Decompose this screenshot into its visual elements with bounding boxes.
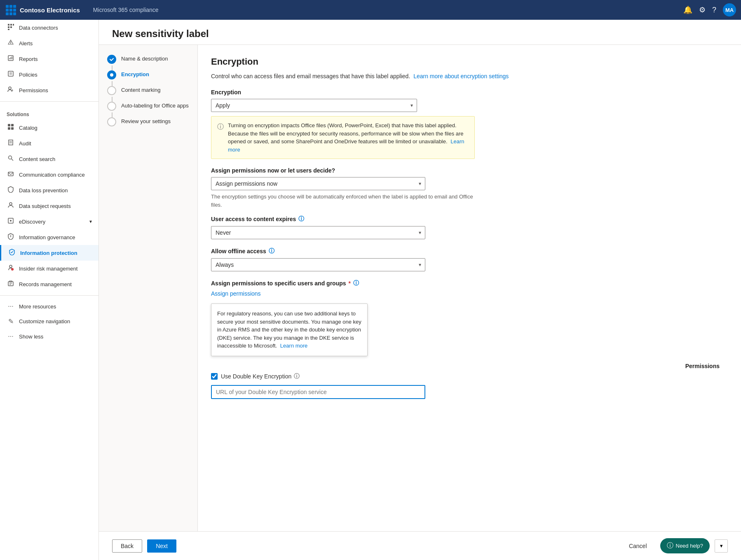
step-encryption: Encryption [107,70,189,79]
perms-table-header: Permissions [211,363,728,369]
specific-users-label: Assign permissions to specific users and… [211,280,728,287]
user-avatar[interactable]: MA [723,3,736,16]
sidebar-item-permissions[interactable]: Permissions [0,82,98,98]
dke-label[interactable]: Use Double Key Encryption ⓘ [221,373,300,380]
sidebar-label-dlp: Data loss prevention [19,187,68,194]
specific-users-info-icon[interactable]: ⓘ [353,280,359,287]
sidebar-label-customize-nav: Customize navigation [19,318,70,324]
catalog-icon [7,124,15,132]
sidebar-item-catalog[interactable]: Catalog [0,120,98,135]
dke-checkbox[interactable] [211,373,218,380]
sidebar-label-dsr: Data subject requests [19,203,71,209]
form-description-text: Control who can access files and email m… [211,73,410,79]
sidebar-item-alerts[interactable]: Alerts [0,35,98,51]
wizard-body: Name & description Encryption Content ma… [99,45,741,531]
app-logo: Contoso Electronics [5,4,88,16]
svg-rect-19 [8,71,13,76]
sidebar-label-info-governance: Information governance [19,234,75,240]
svg-rect-32 [8,172,13,176]
offline-access-dropdown[interactable]: Always Never Only for a number of days [211,258,425,271]
svg-point-33 [9,203,12,205]
tooltip-learn-more-link[interactable]: Learn more [280,343,307,349]
sidebar-label-alerts: Alerts [19,40,33,47]
next-button[interactable]: Next [147,539,176,553]
svg-rect-0 [6,5,9,8]
back-button[interactable]: Back [112,539,142,553]
assign-perms-dropdown[interactable]: Assign permissions now Let users assign … [211,177,425,190]
step-name-desc: Name & description [107,55,189,64]
permissions-icon [7,86,15,94]
step-circle-auto-labeling [107,102,116,111]
svg-rect-1 [9,5,12,8]
sidebar-label-audit: Audit [19,140,31,147]
sidebar-item-data-subject-requests[interactable]: Data subject requests [0,198,98,214]
user-access-select-wrapper: Never On a specific date A number of day… [211,226,425,239]
step-circle-name-desc [107,55,116,64]
sidebar-item-insider-risk[interactable]: ! Insider risk management [0,261,98,276]
svg-point-35 [10,220,12,222]
svg-point-37 [10,235,11,236]
svg-rect-11 [13,24,14,26]
step-label-encryption: Encryption [121,70,149,77]
customize-nav-icon: ✎ [7,317,15,325]
sidebar-label-catalog: Catalog [19,125,38,131]
help-icon[interactable]: ? [712,6,716,14]
user-access-dropdown[interactable]: Never On a specific date A number of day… [211,226,425,239]
offline-access-info-icon[interactable]: ⓘ [269,247,274,255]
page-header: New sensitivity label [99,20,741,45]
sidebar-item-data-connectors[interactable]: Data connectors [0,20,98,35]
solutions-section-label: Solutions [0,105,98,120]
learn-more-encryption-link[interactable]: Learn more about encryption settings [413,73,509,79]
svg-rect-13 [10,26,12,28]
svg-rect-9 [8,24,9,26]
cancel-button[interactable]: Cancel [621,540,655,552]
sidebar-item-policies[interactable]: Policies [0,67,98,82]
step-circle-encryption [107,70,116,79]
sidebar-item-reports[interactable]: Reports [0,51,98,67]
sidebar-item-audit[interactable]: Audit [0,135,98,151]
encryption-dropdown[interactable]: Apply Remove None [211,99,417,112]
step-label-auto-labeling: Auto-labeling for Office apps [121,102,189,109]
scroll-down-button[interactable]: ▾ [715,539,728,553]
encryption-select-wrapper: Apply Remove None ▾ [211,99,417,112]
settings-icon[interactable]: ⚙ [699,5,706,14]
sidebar-item-show-less[interactable]: ··· Show less [0,329,98,344]
dke-info-icon[interactable]: ⓘ [294,373,300,380]
user-access-info-icon[interactable]: ⓘ [298,215,304,223]
encryption-label-text: Encryption [211,89,241,96]
svg-line-31 [12,159,14,161]
form-title: Encryption [211,56,728,67]
step-circle-review [107,117,116,126]
assign-perms-link[interactable]: Assign permissions [211,290,261,297]
sidebar-label-policies: Policies [19,72,38,78]
sidebar-item-ediscovery[interactable]: eDiscovery ▾ [0,214,98,229]
sidebar-item-content-search[interactable]: Content search [0,151,98,167]
sidebar-item-data-loss-prevention[interactable]: Data loss prevention [0,182,98,198]
sidebar-label-show-less: Show less [19,334,43,340]
waffle-icon[interactable] [5,4,16,16]
svg-rect-24 [8,124,10,126]
sidebar-label-records: Records management [19,281,72,287]
product-name: Microsoft 365 compliance [93,7,678,13]
sidebar-item-communication-compliance[interactable]: Communication compliance [0,167,98,182]
sidebar-item-information-governance[interactable]: Information governance [0,229,98,245]
dke-checkbox-row: Use Double Key Encryption ⓘ [211,373,728,380]
need-help-button[interactable]: ⓘ Need help? [660,538,710,553]
audit-icon [7,139,15,147]
company-name: Contoso Electronics [20,7,80,14]
sidebar-item-records-management[interactable]: Records management [0,276,98,292]
svg-point-22 [9,87,11,89]
sidebar-divider-2 [0,295,98,296]
records-icon [7,280,15,288]
sidebar-item-customize-nav[interactable]: ✎ Customize navigation [0,314,98,329]
dke-url-input[interactable] [211,385,425,399]
sidebar-label-info-protection: Information protection [20,250,77,256]
assign-perms-hint: The encryption settings you choose will … [211,193,475,209]
notifications-icon[interactable]: 🔔 [683,5,692,14]
warning-text: Turning on encryption impacts Office fil… [228,121,469,154]
warning-icon: ⓘ [217,122,224,154]
sidebar-item-more-resources[interactable]: ··· More resources [0,299,98,314]
sidebar-item-information-protection[interactable]: Information protection [0,245,98,261]
step-auto-labeling: Auto-labeling for Office apps [107,102,189,111]
step-label-review: Review your settings [121,117,171,124]
